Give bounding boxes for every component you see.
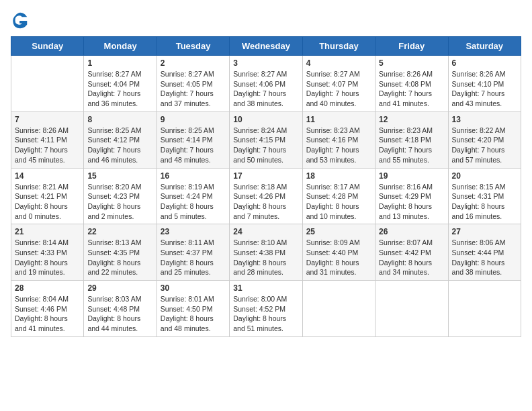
sunrise-text: Sunrise: 8:00 AM [233, 294, 298, 304]
sunrise-text: Sunrise: 8:27 AM [161, 69, 226, 79]
day-number: 19 [379, 171, 444, 181]
calendar-cell: 10Sunrise: 8:24 AMSunset: 4:15 PMDayligh… [230, 111, 302, 168]
header [11, 11, 521, 30]
day-number: 7 [15, 115, 80, 124]
day-header-monday: Monday [84, 37, 157, 56]
sunset-text: Sunset: 4:14 PM [161, 135, 226, 145]
day-number: 13 [452, 115, 517, 124]
week-row-3: 14Sunrise: 8:21 AMSunset: 4:21 PMDayligh… [11, 168, 521, 224]
sunrise-text: Sunrise: 8:23 AM [306, 126, 371, 136]
sunset-text: Sunset: 4:37 PM [161, 248, 226, 258]
day-number: 9 [161, 115, 226, 124]
sunset-text: Sunset: 4:42 PM [379, 248, 444, 258]
sunrise-text: Sunrise: 8:24 AM [233, 126, 298, 136]
sunrise-text: Sunrise: 8:27 AM [87, 69, 152, 79]
sunrise-text: Sunrise: 8:25 AM [161, 126, 226, 136]
calendar-cell: 8Sunrise: 8:25 AMSunset: 4:12 PMDaylight… [84, 111, 157, 168]
sunset-text: Sunset: 4:35 PM [87, 248, 152, 258]
daylight-text: Daylight: 8 hours and 25 minutes. [161, 258, 226, 277]
day-number: 15 [87, 171, 152, 181]
sunrise-text: Sunrise: 8:13 AM [87, 238, 152, 248]
sunrise-text: Sunrise: 8:16 AM [379, 182, 444, 192]
sunset-text: Sunset: 4:18 PM [379, 135, 444, 145]
sunrise-text: Sunrise: 8:23 AM [379, 126, 444, 136]
daylight-text: Daylight: 8 hours and 0 minutes. [15, 201, 80, 221]
calendar-cell: 22Sunrise: 8:13 AMSunset: 4:35 PMDayligh… [84, 224, 157, 281]
daylight-text: Daylight: 8 hours and 34 minutes. [379, 258, 444, 277]
calendar-cell: 14Sunrise: 8:21 AMSunset: 4:21 PMDayligh… [11, 168, 84, 224]
calendar-cell: 15Sunrise: 8:20 AMSunset: 4:23 PMDayligh… [84, 168, 157, 224]
day-number: 17 [233, 171, 298, 181]
week-row-1: 1Sunrise: 8:27 AMSunset: 4:04 PMDaylight… [11, 56, 521, 112]
week-row-4: 21Sunrise: 8:14 AMSunset: 4:33 PMDayligh… [11, 224, 521, 281]
sunrise-text: Sunrise: 8:26 AM [379, 69, 444, 79]
sunrise-text: Sunrise: 8:21 AM [15, 182, 80, 192]
day-header-tuesday: Tuesday [157, 37, 229, 56]
daylight-text: Daylight: 7 hours and 41 minutes. [379, 89, 444, 108]
day-number: 10 [233, 115, 298, 124]
daylight-text: Daylight: 8 hours and 44 minutes. [87, 314, 152, 333]
sunset-text: Sunset: 4:07 PM [306, 79, 371, 89]
sunset-text: Sunset: 4:16 PM [306, 135, 371, 145]
calendar-cell: 27Sunrise: 8:06 AMSunset: 4:44 PMDayligh… [448, 224, 521, 281]
calendar-cell: 25Sunrise: 8:09 AMSunset: 4:40 PMDayligh… [302, 224, 375, 281]
calendar-table: SundayMondayTuesdayWednesdayThursdayFrid… [11, 36, 521, 337]
sunrise-text: Sunrise: 8:14 AM [15, 238, 80, 248]
logo-icon [11, 11, 30, 30]
daylight-text: Daylight: 8 hours and 2 minutes. [87, 201, 152, 221]
day-number: 28 [15, 283, 80, 293]
sunrise-text: Sunrise: 8:22 AM [452, 126, 517, 136]
calendar-cell [302, 281, 375, 337]
day-number: 27 [452, 227, 517, 236]
sunset-text: Sunset: 4:04 PM [87, 79, 152, 89]
sunset-text: Sunset: 4:29 PM [379, 191, 444, 201]
day-number: 18 [306, 171, 371, 181]
sunrise-text: Sunrise: 8:11 AM [161, 238, 226, 248]
calendar-cell: 17Sunrise: 8:18 AMSunset: 4:26 PMDayligh… [230, 168, 302, 224]
daylight-text: Daylight: 7 hours and 45 minutes. [15, 145, 80, 165]
daylight-text: Daylight: 7 hours and 46 minutes. [87, 145, 152, 165]
sunrise-text: Sunrise: 8:03 AM [87, 294, 152, 304]
day-number: 26 [379, 227, 444, 236]
sunset-text: Sunset: 4:15 PM [233, 135, 298, 145]
day-number: 11 [306, 115, 371, 124]
day-number: 29 [87, 283, 152, 293]
day-number: 20 [452, 171, 517, 181]
daylight-text: Daylight: 8 hours and 51 minutes. [233, 314, 298, 333]
day-number: 14 [15, 171, 80, 181]
day-number: 4 [306, 58, 371, 68]
daylight-text: Daylight: 8 hours and 16 minutes. [452, 201, 517, 221]
daylight-text: Daylight: 8 hours and 48 minutes. [161, 314, 226, 333]
daylight-text: Daylight: 8 hours and 22 minutes. [87, 258, 152, 277]
sunset-text: Sunset: 4:44 PM [452, 248, 517, 258]
calendar-cell: 12Sunrise: 8:23 AMSunset: 4:18 PMDayligh… [375, 111, 448, 168]
daylight-text: Daylight: 8 hours and 31 minutes. [306, 258, 371, 277]
daylight-text: Daylight: 8 hours and 38 minutes. [452, 258, 517, 277]
calendar-cell: 24Sunrise: 8:10 AMSunset: 4:38 PMDayligh… [230, 224, 302, 281]
day-number: 6 [452, 58, 517, 68]
day-header-wednesday: Wednesday [230, 37, 302, 56]
sunrise-text: Sunrise: 8:19 AM [161, 182, 226, 192]
calendar-cell: 19Sunrise: 8:16 AMSunset: 4:29 PMDayligh… [375, 168, 448, 224]
sunset-text: Sunset: 4:21 PM [15, 191, 80, 201]
day-number: 8 [87, 115, 152, 124]
sunset-text: Sunset: 4:48 PM [87, 304, 152, 314]
daylight-text: Daylight: 7 hours and 48 minutes. [161, 145, 226, 165]
sunset-text: Sunset: 4:28 PM [306, 191, 371, 201]
day-number: 3 [233, 58, 298, 68]
daylight-text: Daylight: 7 hours and 37 minutes. [161, 89, 226, 108]
day-number: 5 [379, 58, 444, 68]
calendar-cell: 31Sunrise: 8:00 AMSunset: 4:52 PMDayligh… [230, 281, 302, 337]
sunset-text: Sunset: 4:12 PM [87, 135, 152, 145]
calendar-cell: 7Sunrise: 8:26 AMSunset: 4:11 PMDaylight… [11, 111, 84, 168]
calendar-cell: 11Sunrise: 8:23 AMSunset: 4:16 PMDayligh… [302, 111, 375, 168]
week-row-5: 28Sunrise: 8:04 AMSunset: 4:46 PMDayligh… [11, 281, 521, 337]
calendar-cell: 28Sunrise: 8:04 AMSunset: 4:46 PMDayligh… [11, 281, 84, 337]
daylight-text: Daylight: 8 hours and 5 minutes. [161, 201, 226, 221]
daylight-text: Daylight: 7 hours and 38 minutes. [233, 89, 298, 108]
calendar-cell: 2Sunrise: 8:27 AMSunset: 4:05 PMDaylight… [157, 56, 229, 112]
sunset-text: Sunset: 4:38 PM [233, 248, 298, 258]
sunset-text: Sunset: 4:46 PM [15, 304, 80, 314]
day-header-thursday: Thursday [302, 37, 375, 56]
daylight-text: Daylight: 7 hours and 53 minutes. [306, 145, 371, 165]
